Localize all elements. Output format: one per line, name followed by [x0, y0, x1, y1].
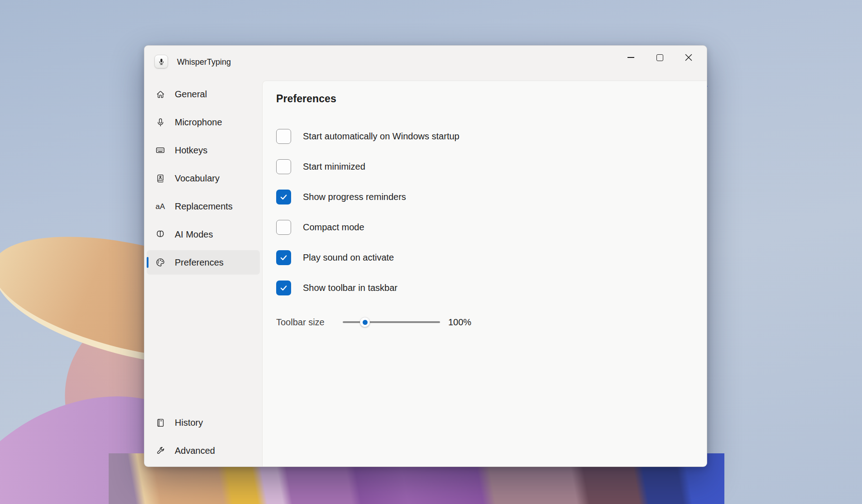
- sidebar-item-label: AI Modes: [175, 229, 213, 240]
- window-title: WhisperTyping: [177, 57, 231, 67]
- wrench-icon: [155, 446, 165, 456]
- close-button[interactable]: [674, 48, 703, 67]
- sidebar: GeneralMicrophoneHotkeysVocabularyaARepl…: [144, 81, 262, 466]
- setting-row-start-automatically-on-windows-startup: Start automatically on Windows startup: [276, 129, 707, 144]
- toolbar-size-row: Toolbar size 100%: [276, 315, 707, 329]
- sidebar-item-label: Advanced: [175, 446, 215, 456]
- checkbox-show-toolbar-in-taskbar[interactable]: [276, 281, 291, 295]
- titlebar[interactable]: WhisperTyping: [144, 46, 707, 81]
- checkbox-label: Start minimized: [303, 162, 365, 172]
- slider-thumb[interactable]: [360, 317, 370, 327]
- sidebar-item-ai-modes[interactable]: AI Modes: [147, 222, 260, 247]
- microphone-icon: [155, 117, 165, 127]
- setting-row-start-minimized: Start minimized: [276, 159, 707, 174]
- sidebar-item-microphone[interactable]: Microphone: [147, 110, 260, 134]
- page-title: Preferences: [276, 93, 707, 105]
- checkbox-label: Show toolbar in taskbar: [303, 283, 397, 293]
- toolbar-size-label: Toolbar size: [276, 317, 343, 328]
- sidebar-nav-bottom: HistoryAdvanced: [144, 410, 262, 463]
- toolbar-size-value: 100%: [448, 317, 471, 328]
- close-icon: [685, 54, 692, 61]
- setting-row-show-progress-reminders: Show progress reminders: [276, 190, 707, 204]
- setting-row-compact-mode: Compact mode: [276, 220, 707, 235]
- checkbox-label: Start automatically on Windows startup: [303, 131, 460, 142]
- maximize-icon: [656, 54, 663, 61]
- sidebar-item-label: Microphone: [175, 117, 222, 128]
- brain-icon: [155, 229, 165, 239]
- replace-icon: aA: [155, 201, 165, 211]
- sidebar-item-label: General: [175, 89, 207, 100]
- checkbox-start-automatically-on-windows-startup[interactable]: [276, 129, 291, 144]
- whispertyping-window: WhisperTyping GeneralMicrophoneHotkeysVo…: [144, 45, 707, 467]
- sidebar-item-general[interactable]: General: [147, 82, 260, 106]
- sidebar-item-label: Preferences: [175, 257, 224, 268]
- sidebar-nav-top: GeneralMicrophoneHotkeysVocabularyaARepl…: [144, 82, 262, 275]
- window-controls: [616, 48, 703, 67]
- palette-icon: [155, 257, 165, 267]
- maximize-button[interactable]: [645, 48, 674, 67]
- history-icon: [155, 418, 165, 428]
- sidebar-item-replacements[interactable]: aAReplacements: [147, 194, 260, 219]
- minimize-icon: [627, 57, 634, 58]
- checkbox-label: Play sound on activate: [303, 252, 394, 263]
- sidebar-item-label: History: [175, 418, 203, 428]
- checkbox-label: Show progress reminders: [303, 192, 406, 202]
- sidebar-item-vocabulary[interactable]: Vocabulary: [147, 166, 260, 190]
- home-icon: [155, 89, 165, 99]
- sidebar-item-label: Hotkeys: [175, 145, 207, 156]
- vocabulary-icon: [155, 173, 165, 183]
- checkbox-show-progress-reminders[interactable]: [276, 190, 291, 204]
- checkbox-play-sound-on-activate[interactable]: [276, 250, 291, 265]
- checkbox-compact-mode[interactable]: [276, 220, 291, 235]
- selected-indicator: [147, 257, 148, 268]
- desktop: { "app": { "title": "WhisperTyping" }, "…: [0, 0, 862, 504]
- sidebar-item-label: Vocabulary: [175, 173, 220, 184]
- sidebar-item-history[interactable]: History: [147, 410, 260, 435]
- microphone-app-icon: [158, 58, 165, 66]
- keyboard-icon: [155, 145, 165, 155]
- sidebar-item-label: Replacements: [175, 201, 233, 212]
- checkbox-start-minimized[interactable]: [276, 159, 291, 174]
- checkbox-list: Start automatically on Windows startupSt…: [276, 129, 707, 295]
- setting-row-play-sound-on-activate: Play sound on activate: [276, 250, 707, 265]
- minimize-button[interactable]: [616, 48, 645, 67]
- app-icon: [154, 55, 168, 68]
- sidebar-item-hotkeys[interactable]: Hotkeys: [147, 138, 260, 162]
- sidebar-item-preferences[interactable]: Preferences: [147, 250, 260, 275]
- preferences-panel: Preferences Start automatically on Windo…: [262, 81, 707, 466]
- sidebar-item-advanced[interactable]: Advanced: [147, 438, 260, 463]
- checkbox-label: Compact mode: [303, 222, 364, 233]
- toolbar-size-slider[interactable]: [343, 321, 440, 323]
- setting-row-show-toolbar-in-taskbar: Show toolbar in taskbar: [276, 281, 707, 295]
